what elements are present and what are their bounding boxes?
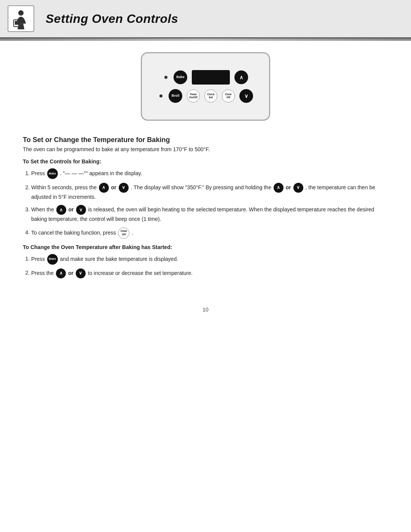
panel-row-bottom: Broil Timer On/Off Clock Set Clear Off ∨ [158,89,253,103]
logo-icon [11,8,32,29]
set-step-3: When the ∧ or ∨ is released, the oven wi… [31,205,388,223]
panel-display [192,70,230,85]
diagram-section: Bake ∧ Broil Timer On/Off Clock Set Clea… [0,41,411,128]
main-heading: To Set or Change the Temperature for Bak… [23,136,388,144]
page-number: 10 [0,299,411,320]
dot-indicator-top [164,76,167,79]
main-subtitle: The oven can be programmed to bake at an… [23,146,388,152]
inline-down-btn-2b[interactable]: ∨ [293,183,303,193]
inline-bake-btn-1[interactable]: Bake [47,168,58,179]
change-step-1: Press Bake and make sure the bake temper… [31,254,388,265]
inline-up-btn-2a[interactable]: ∧ [99,183,109,193]
inline-up-btn-3[interactable]: ∧ [56,205,66,215]
panel-up-arrow[interactable]: ∧ [234,70,248,84]
svg-rect-3 [15,21,19,25]
panel-broil-button[interactable]: Broil [169,89,182,103]
set-step-2: Within 5 seconds, press the ∧ or ∨ . The… [31,183,388,201]
inline-up-btn-2b[interactable]: ∧ [274,183,284,193]
change-heading: To Change the Oven Temperature after Bak… [23,244,388,250]
dot-indicator-bottom [159,94,162,97]
panel-bake-button[interactable]: Bake [174,70,187,84]
inline-bake-btn-change-1[interactable]: Bake [47,254,58,265]
set-step-4: To cancel the baking function, press Cle… [31,227,388,239]
set-controls-list: Press Bake . "— — —°" appears in the dis… [23,168,388,239]
panel-clear-button[interactable]: Clear Off [222,89,235,102]
panel-clock-button[interactable]: Clock Set [204,89,217,102]
inline-clear-btn-4[interactable]: ClearOff [118,227,129,239]
page-title: Setting Oven Controls [46,12,178,26]
change-controls-list: Press Bake and make sure the bake temper… [23,254,388,278]
set-controls-heading: To Set the Controls for Baking: [23,158,388,165]
panel-down-arrow[interactable]: ∨ [239,89,253,103]
inline-up-btn-change-2[interactable]: ∧ [56,268,66,278]
set-step-1: Press Bake . "— — —°" appears in the dis… [31,168,388,179]
change-step-2: Press the ∧ or ∨ to increase or decrease… [31,268,388,278]
inline-down-btn-3[interactable]: ∨ [76,205,86,215]
svg-point-1 [18,10,24,16]
page-header: Setting Oven Controls [0,0,411,38]
panel-row-top: Bake ∧ [163,70,248,85]
inline-down-btn-change-2[interactable]: ∨ [76,268,86,278]
content-section: To Set or Change the Temperature for Bak… [0,128,411,299]
logo [8,5,34,32]
panel-timer-button[interactable]: Timer On/Off [187,89,200,102]
inline-down-btn-2a[interactable]: ∨ [119,183,129,193]
oven-control-panel: Bake ∧ Broil Timer On/Off Clock Set Clea… [141,52,270,121]
